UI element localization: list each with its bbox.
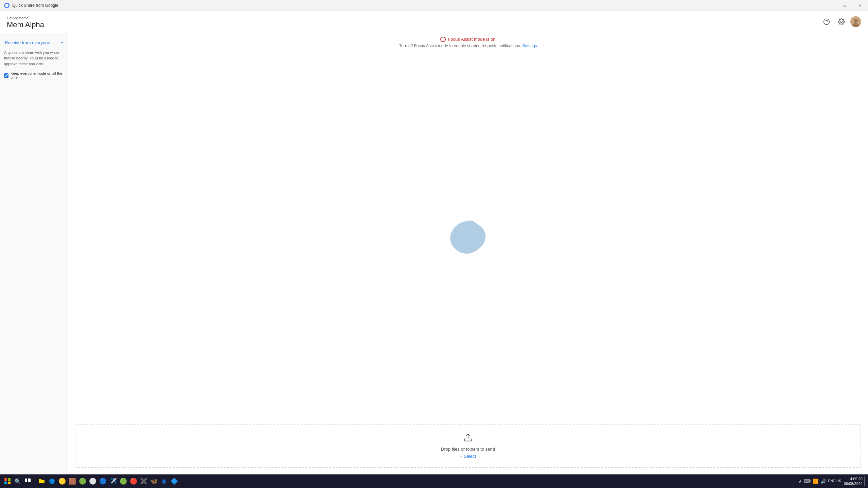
- center-area: [449, 52, 487, 424]
- taskbar-app-8[interactable]: 🦋: [149, 476, 159, 486]
- taskbar-app-10[interactable]: 🔷: [170, 476, 179, 486]
- taskbar-app-9[interactable]: ◉: [159, 476, 169, 486]
- taskbar-telegram[interactable]: ✈️: [108, 476, 118, 486]
- app-header: Device name Mem Alpha: [0, 11, 868, 33]
- focus-assist-banner: ! Focus Assist mode is on Turn off Focus…: [68, 33, 868, 52]
- header-actions: [820, 16, 861, 28]
- blob-shape: [449, 219, 487, 256]
- search-icon[interactable]: 🔍: [13, 476, 22, 486]
- keep-everyone-mode-checkbox[interactable]: [4, 73, 8, 78]
- device-name: Mem Alpha: [7, 20, 44, 29]
- settings-button[interactable]: [835, 16, 848, 28]
- receive-from-button[interactable]: Receive from everyone ▾: [4, 39, 64, 47]
- main-content: Receive from everyone ▾ Anyone can share…: [0, 33, 868, 474]
- taskbar-edge[interactable]: [47, 476, 57, 486]
- focus-assist-title-text: Focus Assist mode is on: [448, 37, 495, 42]
- avatar[interactable]: [850, 16, 861, 27]
- device-name-label: Device name: [7, 16, 44, 20]
- svg-rect-10: [4, 482, 7, 484]
- start-button[interactable]: [3, 476, 12, 486]
- content-area: ! Focus Assist mode is on Turn off Focus…: [68, 33, 868, 474]
- close-button[interactable]: ✕: [852, 0, 868, 11]
- maximize-button[interactable]: □: [837, 0, 852, 11]
- taskbar-app-1[interactable]: 🟡: [57, 476, 67, 486]
- taskbar-date-text: 06/08/2024: [844, 481, 863, 486]
- taskbar-app-7[interactable]: 🔴: [129, 476, 138, 486]
- svg-point-3: [841, 21, 843, 23]
- svg-point-0: [5, 4, 8, 7]
- task-view-icon[interactable]: [23, 476, 33, 486]
- svg-rect-9: [8, 478, 11, 481]
- focus-assist-title: ! Focus Assist mode is on: [75, 37, 861, 42]
- minimize-button[interactable]: –: [821, 0, 837, 11]
- focus-assist-settings-link[interactable]: Settings: [522, 43, 537, 48]
- svg-rect-13: [28, 478, 31, 482]
- keep-everyone-mode-text: Keep everyone mode on all the time: [11, 71, 64, 79]
- svg-point-5: [854, 19, 858, 23]
- taskbar-time-text: 14:09:20: [844, 476, 863, 481]
- taskbar-file-explorer[interactable]: [37, 476, 47, 486]
- taskbar-right: ∧ ⌨ 📶 🔊 ENG UK 14:09:20 06/08/2024: [797, 476, 865, 486]
- window-controls: – □ ✕: [821, 0, 868, 11]
- taskbar-app-5[interactable]: 🔵: [98, 476, 108, 486]
- svg-rect-11: [8, 482, 11, 484]
- chevron-icon[interactable]: ∧: [799, 479, 802, 484]
- svg-point-14: [49, 478, 55, 484]
- sidebar: Receive from everyone ▾ Anyone can share…: [0, 33, 68, 474]
- system-tray-icons[interactable]: ∧ ⌨ 📶 🔊 ENG UK: [797, 478, 843, 484]
- locale-label: ENG UK: [828, 479, 841, 483]
- taskbar-clock[interactable]: 14:09:20 06/08/2024: [844, 476, 863, 486]
- help-button[interactable]: [820, 16, 833, 28]
- sidebar-description: Anyone can share with you when they're n…: [4, 50, 64, 67]
- drop-zone-text: Drop files or folders to send: [441, 447, 495, 452]
- taskbar-twitter[interactable]: ✖️: [139, 476, 148, 486]
- keyboard-icon[interactable]: ⌨: [804, 478, 811, 484]
- app-icon: [4, 3, 10, 8]
- svg-rect-12: [25, 478, 27, 482]
- title-bar-title: Quick Share from Google: [12, 3, 58, 8]
- svg-rect-8: [4, 478, 7, 481]
- taskbar-app-4[interactable]: ⚪: [88, 476, 98, 486]
- volume-icon[interactable]: 🔊: [820, 478, 826, 484]
- taskbar-app-3[interactable]: 🟢: [78, 476, 87, 486]
- taskbar: 🔍 🟡 🟫 🟢 ⚪ 🔵 ✈️ 🟢 🔴 ✖️ 🦋 ◉ 🔷 ∧ ⌨ 📶 🔊: [0, 474, 868, 488]
- taskbar-app-2[interactable]: 🟫: [68, 476, 77, 486]
- chevron-down-icon: ▾: [61, 41, 63, 44]
- focus-assist-description: Turn off Focus Assist mode to enable sha…: [75, 43, 861, 48]
- keep-everyone-mode-label[interactable]: Keep everyone mode on all the time: [4, 71, 64, 79]
- title-bar: Quick Share from Google – □ ✕: [0, 0, 868, 11]
- drop-zone: Drop files or folders to send + Select: [75, 424, 861, 468]
- app-window: Device name Mem Alpha: [0, 11, 868, 474]
- taskbar-divider-1: [35, 478, 35, 485]
- receive-from-label: Receive from everyone: [5, 40, 50, 45]
- warning-icon: !: [440, 37, 446, 42]
- network-icon[interactable]: 📶: [813, 478, 818, 484]
- show-desktop-button[interactable]: [864, 476, 865, 486]
- upload-icon: [463, 433, 473, 444]
- device-info: Device name Mem Alpha: [7, 16, 44, 30]
- taskbar-app-6[interactable]: 🟢: [119, 476, 128, 486]
- select-button[interactable]: + Select: [460, 454, 476, 459]
